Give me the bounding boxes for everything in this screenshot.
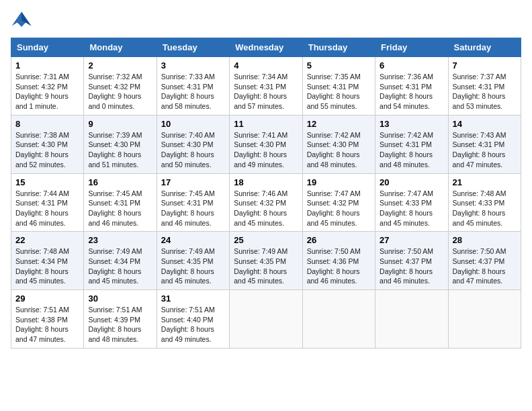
day-number: 18 [234,177,298,187]
sunrise-text: Sunrise: 7:32 AM [88,73,142,81]
col-header-friday: Friday [375,38,448,57]
daylight-text: Daylight: 8 hours and 57 minutes. [234,92,287,110]
daylight-text: Daylight: 8 hours and 49 minutes. [234,150,287,169]
calendar-cell [448,290,521,349]
day-number: 16 [88,177,152,187]
sunset-text: Sunset: 4:32 PM [88,83,140,91]
sunset-text: Sunset: 4:39 PM [88,316,140,324]
daylight-text: Daylight: 8 hours and 47 minutes. [453,267,506,285]
day-number: 7 [453,60,517,71]
sunrise-text: Sunrise: 7:44 AM [15,189,69,197]
cell-content: Sunrise: 7:43 AM Sunset: 4:31 PM Dayligh… [453,130,517,170]
sunrise-text: Sunrise: 7:42 AM [380,131,433,139]
calendar-cell: 16 Sunrise: 7:45 AM Sunset: 4:31 PM Dayl… [84,173,157,232]
day-number: 5 [307,60,371,71]
day-number: 3 [161,60,225,71]
daylight-text: Daylight: 8 hours and 45 minutes. [380,209,433,227]
day-number: 1 [15,60,79,71]
cell-content: Sunrise: 7:41 AM Sunset: 4:30 PM Dayligh… [234,130,298,170]
day-number: 13 [380,119,443,129]
cell-content: Sunrise: 7:39 AM Sunset: 4:30 PM Dayligh… [88,130,152,170]
cell-content: Sunrise: 7:35 AM Sunset: 4:31 PM Dayligh… [307,72,371,111]
daylight-text: Daylight: 8 hours and 48 minutes. [380,150,433,169]
cell-content: Sunrise: 7:37 AM Sunset: 4:31 PM Dayligh… [453,72,517,111]
col-header-thursday: Thursday [302,38,375,57]
sunset-text: Sunset: 4:31 PM [88,199,140,207]
daylight-text: Daylight: 9 hours and 1 minute. [15,92,69,110]
cell-content: Sunrise: 7:45 AM Sunset: 4:31 PM Dayligh… [88,189,152,228]
daylight-text: Daylight: 8 hours and 48 minutes. [88,325,141,343]
sunrise-text: Sunrise: 7:50 AM [380,247,433,255]
sunrise-text: Sunrise: 7:43 AM [453,131,506,139]
daylight-text: Daylight: 8 hours and 46 minutes. [380,267,433,285]
day-number: 9 [88,119,152,129]
calendar-cell [302,290,375,349]
sunrise-text: Sunrise: 7:50 AM [307,247,361,255]
sunrise-text: Sunrise: 7:38 AM [15,131,69,139]
sunrise-text: Sunrise: 7:49 AM [234,247,287,255]
day-number: 4 [234,60,298,71]
calendar-table: SundayMondayTuesdayWednesdayThursdayFrid… [11,38,521,349]
calendar-cell: 17 Sunrise: 7:45 AM Sunset: 4:31 PM Dayl… [157,173,229,232]
sunrise-text: Sunrise: 7:37 AM [453,73,506,81]
day-number: 24 [161,235,225,245]
cell-content: Sunrise: 7:50 AM Sunset: 4:36 PM Dayligh… [307,246,371,286]
cell-content: Sunrise: 7:42 AM Sunset: 4:31 PM Dayligh… [380,130,443,170]
calendar-cell: 12 Sunrise: 7:42 AM Sunset: 4:30 PM Dayl… [302,115,375,173]
day-number: 19 [307,177,371,187]
calendar-week-row: 8 Sunrise: 7:38 AM Sunset: 4:30 PM Dayli… [11,115,521,173]
day-number: 25 [234,235,298,245]
day-number: 14 [453,119,517,129]
day-number: 17 [161,177,225,187]
col-header-wednesday: Wednesday [230,38,302,57]
calendar-cell [375,290,448,349]
sunrise-text: Sunrise: 7:41 AM [234,131,287,139]
sunset-text: Sunset: 4:37 PM [380,257,432,265]
daylight-text: Daylight: 8 hours and 54 minutes. [380,92,433,110]
calendar-cell: 31 Sunrise: 7:51 AM Sunset: 4:40 PM Dayl… [157,290,229,349]
day-number: 6 [380,60,443,71]
daylight-text: Daylight: 9 hours and 0 minutes. [88,92,141,110]
calendar-cell: 8 Sunrise: 7:38 AM Sunset: 4:30 PM Dayli… [11,115,84,173]
sunset-text: Sunset: 4:30 PM [161,140,214,148]
sunrise-text: Sunrise: 7:39 AM [88,131,142,139]
sunset-text: Sunset: 4:36 PM [307,257,359,265]
calendar-cell [230,290,302,349]
calendar-cell: 18 Sunrise: 7:46 AM Sunset: 4:32 PM Dayl… [230,173,302,232]
col-header-sunday: Sunday [11,38,84,57]
day-number: 2 [88,60,152,71]
sunrise-text: Sunrise: 7:42 AM [307,131,361,139]
sunset-text: Sunset: 4:34 PM [15,257,68,265]
calendar-cell: 10 Sunrise: 7:40 AM Sunset: 4:30 PM Dayl… [157,115,229,173]
daylight-text: Daylight: 8 hours and 51 minutes. [88,150,141,169]
day-number: 26 [307,235,371,245]
sunrise-text: Sunrise: 7:51 AM [88,306,142,314]
sunset-text: Sunset: 4:32 PM [15,83,68,91]
cell-content: Sunrise: 7:38 AM Sunset: 4:30 PM Dayligh… [15,130,79,170]
calendar-week-row: 15 Sunrise: 7:44 AM Sunset: 4:31 PM Dayl… [11,173,521,232]
daylight-text: Daylight: 8 hours and 45 minutes. [234,267,287,285]
calendar-cell: 13 Sunrise: 7:42 AM Sunset: 4:31 PM Dayl… [375,115,448,173]
daylight-text: Daylight: 8 hours and 52 minutes. [15,150,69,169]
calendar-cell: 7 Sunrise: 7:37 AM Sunset: 4:31 PM Dayli… [448,57,521,116]
sunset-text: Sunset: 4:35 PM [234,257,286,265]
calendar-cell: 24 Sunrise: 7:49 AM Sunset: 4:35 PM Dayl… [157,232,229,290]
daylight-text: Daylight: 8 hours and 46 minutes. [88,209,141,227]
sunset-text: Sunset: 4:31 PM [453,140,505,148]
cell-content: Sunrise: 7:36 AM Sunset: 4:31 PM Dayligh… [380,72,443,111]
sunset-text: Sunset: 4:34 PM [88,257,140,265]
calendar-cell: 2 Sunrise: 7:32 AM Sunset: 4:32 PM Dayli… [84,57,157,116]
calendar-cell: 28 Sunrise: 7:50 AM Sunset: 4:37 PM Dayl… [448,232,521,290]
calendar-cell: 27 Sunrise: 7:50 AM Sunset: 4:37 PM Dayl… [375,232,448,290]
cell-content: Sunrise: 7:34 AM Sunset: 4:31 PM Dayligh… [234,72,298,111]
daylight-text: Daylight: 8 hours and 55 minutes. [307,92,360,110]
daylight-text: Daylight: 8 hours and 49 minutes. [161,325,214,343]
sunset-text: Sunset: 4:31 PM [453,83,505,91]
cell-content: Sunrise: 7:31 AM Sunset: 4:32 PM Dayligh… [15,72,79,111]
sunset-text: Sunset: 4:37 PM [453,257,505,265]
calendar-week-row: 22 Sunrise: 7:48 AM Sunset: 4:34 PM Dayl… [11,232,521,290]
page-header [11,11,521,30]
calendar-cell: 11 Sunrise: 7:41 AM Sunset: 4:30 PM Dayl… [230,115,302,173]
sunset-text: Sunset: 4:31 PM [234,83,286,91]
calendar-week-row: 1 Sunrise: 7:31 AM Sunset: 4:32 PM Dayli… [11,57,521,116]
